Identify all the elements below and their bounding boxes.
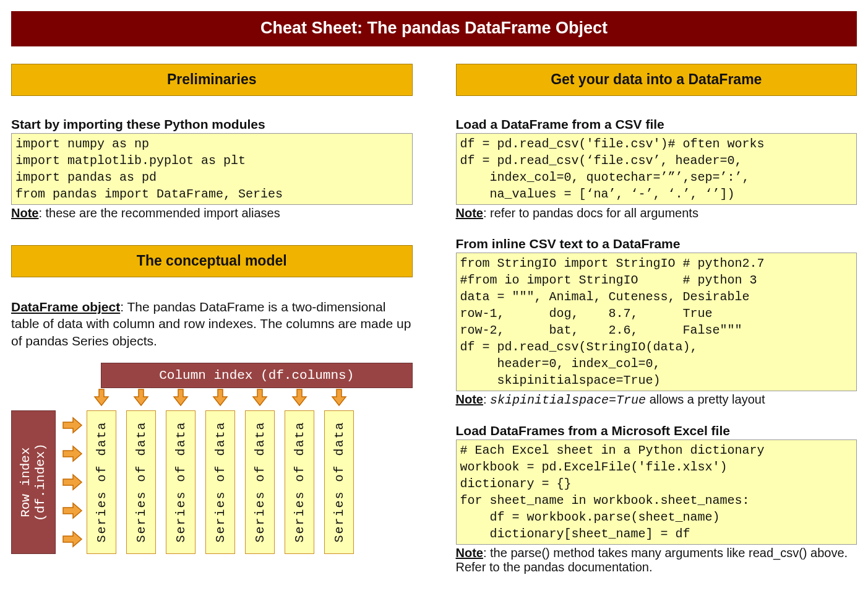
subheading-excel: Load DataFrames from a Microsoft Excel f… <box>456 423 857 438</box>
series-box: Series of data <box>324 410 354 554</box>
note-post: allows a pretty layout <box>646 392 765 406</box>
page-title-banner: Cheat Sheet: The pandas DataFrame Object <box>11 11 857 46</box>
desc-label: DataFrame object <box>11 300 120 314</box>
note-pre: : <box>483 392 490 406</box>
subheading-imports: Start by importing these Python modules <box>11 117 413 132</box>
arrow-down-icon <box>251 388 269 407</box>
series-label: Series of data <box>134 422 148 543</box>
note-label: Note <box>456 392 483 406</box>
code-excel: # Each Excel sheet in a Python dictionar… <box>456 439 857 545</box>
arrow-down-icon <box>330 388 348 407</box>
series-box: Series of data <box>245 410 275 554</box>
arrow-right-icon <box>62 417 83 434</box>
note-imports: Note: these are the recommended import a… <box>11 206 413 220</box>
two-column-layout: Preliminaries Start by importing these P… <box>11 64 857 574</box>
series-column: Series of data <box>166 388 196 554</box>
series-label: Series of data <box>95 422 109 543</box>
series-column: Series of data <box>87 388 116 554</box>
series-column: Series of data <box>245 388 275 554</box>
note-label: Note <box>456 206 483 220</box>
note-inline-csv: Note: skipinitialspace=True allows a pre… <box>456 392 857 407</box>
note-excel: Note: the parse() method takes many argu… <box>456 546 857 574</box>
dataframe-description: DataFrame object: The pandas DataFrame i… <box>11 298 413 349</box>
series-label: Series of data <box>174 422 188 543</box>
series-column: Series of data <box>285 388 314 554</box>
row-index-area: Row index (df.index) <box>11 410 87 554</box>
arrow-right-icon <box>62 474 83 491</box>
series-label: Series of data <box>213 422 228 543</box>
note-text: : these are the recommended import alias… <box>38 206 280 220</box>
series-box: Series of data <box>87 410 116 554</box>
series-box: Series of data <box>166 410 196 554</box>
series-columns-group: Series of dataSeries of dataSeries of da… <box>87 388 354 554</box>
series-box: Series of data <box>205 410 235 554</box>
row-index-bar: Row index (df.index) <box>11 410 56 554</box>
arrow-down-icon <box>92 388 111 407</box>
arrow-right-icon <box>62 530 83 548</box>
note-label: Note <box>11 206 38 220</box>
series-box: Series of data <box>126 410 156 554</box>
dataframe-diagram: Column index (df.columns) Row index (df.… <box>11 363 413 554</box>
section-heading-preliminaries: Preliminaries <box>11 64 413 96</box>
note-label: Note <box>456 546 483 560</box>
arrow-down-icon <box>290 388 309 407</box>
arrow-down-icon <box>211 388 230 407</box>
section-heading-conceptual-model: The conceptual model <box>11 245 413 277</box>
subheading-csv: Load a DataFrame from a CSV file <box>456 117 857 132</box>
section-heading-get-data: Get your data into a DataFrame <box>456 64 857 96</box>
right-column: Get your data into a DataFrame Load a Da… <box>456 64 857 574</box>
row-arrows-group <box>62 417 83 548</box>
series-label: Series of data <box>253 422 267 543</box>
code-csv: df = pd.read_csv('file.csv')# often work… <box>456 133 857 205</box>
note-code: skipinitialspace=True <box>490 393 646 407</box>
arrow-down-icon <box>171 388 190 407</box>
series-label: Series of data <box>332 422 346 543</box>
series-box: Series of data <box>285 410 314 554</box>
code-inline-csv: from StringIO import StringIO # python2.… <box>456 253 857 391</box>
series-column: Series of data <box>126 388 156 554</box>
note-text: : the parse() method takes many argument… <box>456 546 848 574</box>
subheading-inline-csv: From inline CSV text to a DataFrame <box>456 236 857 251</box>
row-index-line2: (df.index) <box>33 443 48 521</box>
series-label: Series of data <box>293 422 307 543</box>
arrow-right-icon <box>62 445 83 462</box>
left-column: Preliminaries Start by importing these P… <box>11 64 413 574</box>
arrow-right-icon <box>62 502 83 519</box>
note-csv: Note: refer to pandas docs for all argum… <box>456 206 857 220</box>
note-text: : refer to pandas docs for all arguments <box>483 206 698 220</box>
series-column: Series of data <box>205 388 235 554</box>
series-column: Series of data <box>324 388 354 554</box>
arrow-down-icon <box>132 388 150 407</box>
code-imports: import numpy as np import matplotlib.pyp… <box>11 133 413 205</box>
column-index-bar: Column index (df.columns) <box>101 363 413 388</box>
row-index-line1: Row index <box>19 447 33 517</box>
